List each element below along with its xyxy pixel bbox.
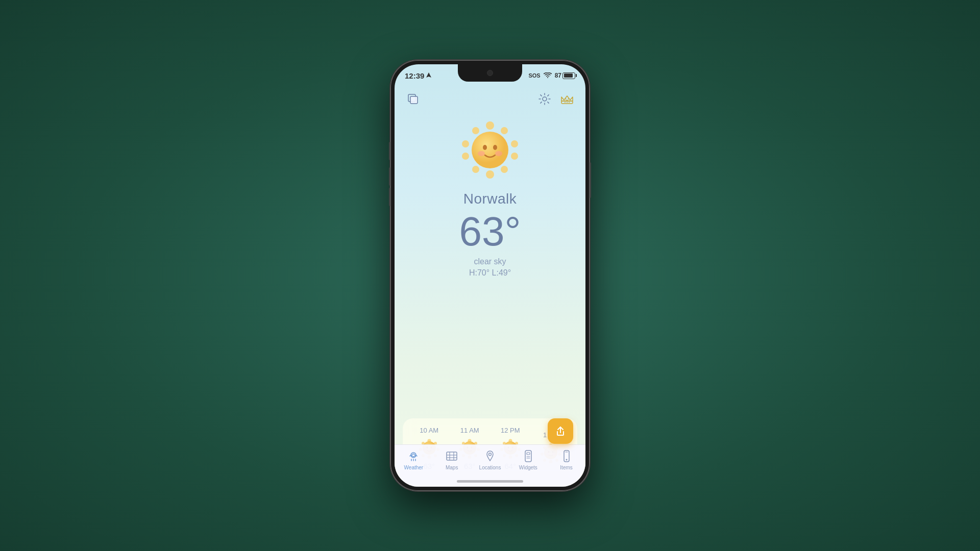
svg-point-2 xyxy=(543,97,547,101)
svg-point-16 xyxy=(462,153,469,160)
gear-icon xyxy=(538,92,551,106)
sun-character xyxy=(459,119,521,181)
crown-button[interactable] xyxy=(559,91,575,107)
temperature-display: 63° xyxy=(459,211,521,252)
share-button[interactable] xyxy=(548,418,573,444)
svg-point-13 xyxy=(501,166,508,173)
locations-tab-label: Locations xyxy=(479,465,501,470)
temp-range: H:70° L:49° xyxy=(469,268,511,278)
svg-point-11 xyxy=(511,140,518,147)
layers-button[interactable] xyxy=(405,91,421,107)
svg-point-10 xyxy=(501,127,508,134)
svg-point-5 xyxy=(567,102,568,103)
svg-point-21 xyxy=(493,145,497,150)
notch xyxy=(458,64,522,82)
svg-point-9 xyxy=(486,121,494,130)
items-tab-icon xyxy=(559,449,574,463)
battery-fill xyxy=(564,73,573,78)
svg-point-6 xyxy=(569,102,570,103)
svg-rect-88 xyxy=(527,453,530,455)
maps-tab-label: Maps xyxy=(446,465,458,470)
maps-tab-icon xyxy=(445,449,459,463)
home-indicator xyxy=(457,480,523,483)
toolbar-right xyxy=(536,91,575,107)
toolbar xyxy=(395,87,585,109)
svg-point-7 xyxy=(566,98,567,99)
hourly-time-10am: 10 AM xyxy=(420,427,438,434)
maps-icon xyxy=(445,449,458,463)
battery-indicator: 87 xyxy=(555,72,575,79)
tab-locations[interactable]: Locations xyxy=(475,449,505,470)
svg-rect-81 xyxy=(447,452,457,460)
weather-tab-icon xyxy=(406,449,421,463)
battery-box xyxy=(562,72,575,79)
sun-character-svg xyxy=(459,119,521,181)
weather-icon xyxy=(407,449,420,463)
widgets-tab-label: Widgets xyxy=(519,465,537,470)
svg-point-17 xyxy=(462,140,469,147)
wifi-icon xyxy=(544,72,552,79)
hourly-time-11am: 11 AM xyxy=(460,427,479,434)
svg-point-14 xyxy=(486,170,494,179)
status-icons: SOS 87 xyxy=(528,72,575,79)
battery-percent: 87 xyxy=(555,72,561,79)
notch-camera xyxy=(487,70,493,76)
svg-point-12 xyxy=(511,153,518,160)
hourly-time-12pm: 12 PM xyxy=(501,427,520,434)
widgets-icon xyxy=(522,449,535,463)
phone-screen: 12:39 SOS xyxy=(395,64,585,487)
items-tab-label: Items xyxy=(560,465,572,470)
toolbar-left xyxy=(405,91,421,107)
share-icon xyxy=(555,425,566,437)
svg-point-19 xyxy=(472,132,508,168)
status-time: 12:39 xyxy=(405,71,431,80)
tab-items[interactable]: Items xyxy=(551,449,582,470)
svg-rect-87 xyxy=(525,450,531,462)
weather-main: Norwalk 63° clear sky H:70° L:49° xyxy=(395,109,585,418)
layers-icon xyxy=(406,92,420,106)
settings-button[interactable] xyxy=(536,91,553,107)
tab-weather[interactable]: Weather xyxy=(398,449,429,470)
svg-point-86 xyxy=(488,453,491,456)
svg-point-8 xyxy=(568,98,569,99)
phone-frame: 12:39 SOS xyxy=(390,60,590,491)
sos-indicator: SOS xyxy=(528,72,540,79)
svg-point-15 xyxy=(472,166,479,173)
widgets-tab-icon xyxy=(521,449,535,463)
tab-widgets[interactable]: Widgets xyxy=(513,449,544,470)
weather-condition: clear sky xyxy=(474,257,506,266)
svg-point-4 xyxy=(565,102,566,103)
svg-point-20 xyxy=(483,145,487,150)
items-icon xyxy=(560,449,573,463)
locations-icon xyxy=(483,449,497,463)
svg-point-18 xyxy=(472,127,479,134)
time-display: 12:39 xyxy=(405,71,424,80)
svg-point-92 xyxy=(566,459,567,461)
city-name: Norwalk xyxy=(463,191,517,207)
svg-rect-1 xyxy=(410,96,418,104)
svg-point-23 xyxy=(495,151,502,156)
tab-maps[interactable]: Maps xyxy=(436,449,467,470)
svg-point-22 xyxy=(478,151,485,156)
phone-wrapper: 12:39 SOS xyxy=(390,60,590,491)
crown-icon xyxy=(559,92,575,106)
locations-tab-icon xyxy=(483,449,497,463)
weather-tab-label: Weather xyxy=(404,465,424,470)
location-arrow-icon xyxy=(426,72,431,79)
